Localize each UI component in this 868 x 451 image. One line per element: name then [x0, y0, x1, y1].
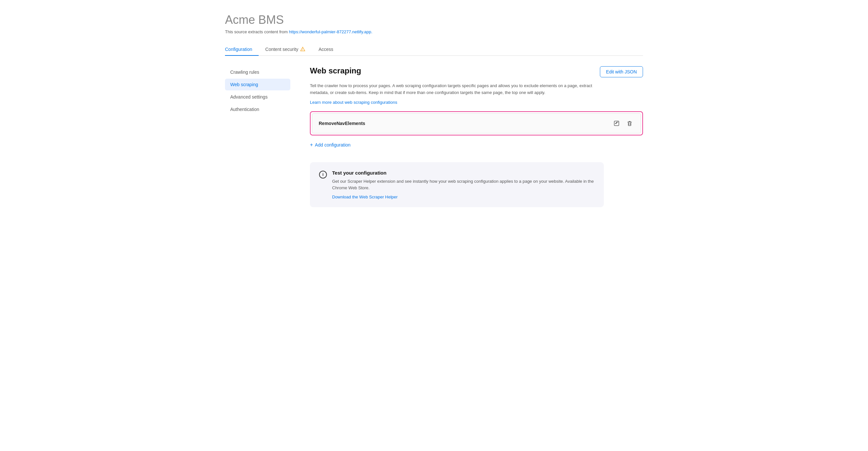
- sidebar: Crawling rules Web scraping Advanced set…: [225, 66, 297, 207]
- test-config-content: Test your configuration Get our Scraper …: [332, 170, 595, 200]
- info-icon: i: [319, 171, 327, 179]
- sidebar-item-authentication[interactable]: Authentication: [225, 103, 290, 115]
- main-content: Web scraping Edit with JSON Tell the cra…: [297, 66, 643, 207]
- section-title: Web scraping: [310, 66, 361, 75]
- test-config-box: i Test your configuration Get our Scrape…: [310, 162, 604, 207]
- sidebar-item-web-scraping[interactable]: Web scraping: [225, 79, 290, 90]
- learn-more-link[interactable]: Learn more about web scraping configurat…: [310, 100, 397, 105]
- app-title: Acme BMS: [225, 13, 643, 27]
- content-area: Crawling rules Web scraping Advanced set…: [225, 66, 643, 207]
- section-description: Tell the crawler how to process your pag…: [310, 83, 604, 96]
- test-config-description: Get our Scraper Helper extension and see…: [332, 178, 595, 192]
- edit-config-button[interactable]: [612, 119, 621, 128]
- tab-access[interactable]: Access: [312, 43, 340, 56]
- config-list: RemoveNavElements: [310, 111, 643, 135]
- plus-icon: +: [310, 142, 313, 148]
- download-scraper-helper-link[interactable]: Download the Web Scraper Helper: [332, 194, 398, 199]
- sidebar-item-advanced-settings[interactable]: Advanced settings: [225, 91, 290, 103]
- subtitle-text: This source extracts content from: [225, 29, 288, 34]
- sidebar-item-crawling-rules[interactable]: Crawling rules: [225, 66, 290, 78]
- test-config-title: Test your configuration: [332, 170, 595, 175]
- tab-configuration[interactable]: Configuration: [225, 43, 259, 56]
- config-item-name: RemoveNavElements: [319, 121, 365, 126]
- app-subtitle: This source extracts content from https:…: [225, 29, 643, 34]
- svg-text:!: !: [302, 48, 303, 51]
- config-item: RemoveNavElements: [312, 113, 641, 133]
- tab-content-security[interactable]: Content security !: [259, 43, 312, 56]
- source-url-link[interactable]: https://wonderful-palmier-872277.netlify…: [289, 29, 373, 34]
- config-item-highlighted: RemoveNavElements: [310, 111, 643, 135]
- config-item-actions: [612, 119, 634, 128]
- add-configuration-button[interactable]: + Add configuration: [310, 141, 350, 149]
- content-security-warning-icon: !: [300, 47, 305, 52]
- tab-bar: Configuration Content security ! Access: [225, 43, 643, 56]
- main-header: Web scraping Edit with JSON: [310, 66, 643, 77]
- edit-json-button[interactable]: Edit with JSON: [600, 66, 643, 77]
- delete-config-button[interactable]: [625, 119, 634, 128]
